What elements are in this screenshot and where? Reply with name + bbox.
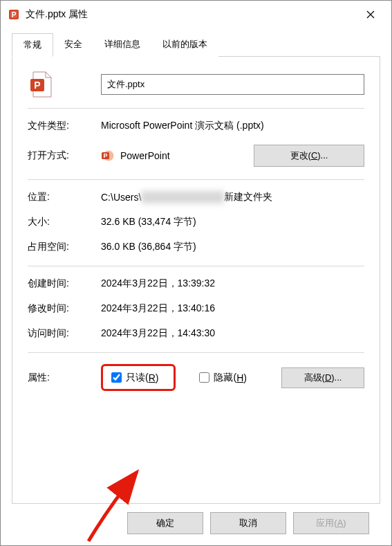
label-opens-with: 打开方式: [28, 149, 101, 162]
annotation-highlight: 只读(R) [101, 364, 176, 391]
label-modified: 修改时间: [28, 302, 101, 315]
label-attributes: 属性: [28, 372, 101, 384]
powerpoint-icon: P [101, 149, 115, 163]
dialog-footer: 确定 取消 应用(A) [12, 504, 380, 545]
readonly-checkbox-wrap[interactable]: 只读(R) [109, 370, 158, 385]
ok-button[interactable]: 确定 [127, 512, 203, 534]
hidden-checkbox[interactable] [199, 372, 209, 383]
change-button[interactable]: 更改(C)... [254, 145, 364, 167]
file-icon: P [28, 71, 57, 98]
hidden-checkbox-wrap[interactable]: 隐藏(H) [196, 370, 246, 385]
label-disk-size: 占用空间: [28, 241, 101, 253]
label-size: 大小: [28, 216, 101, 228]
svg-text:P: P [103, 152, 107, 159]
properties-dialog: P 文件.pptx 属性 常规 安全 详细信息 以前的版本 P [0, 0, 392, 546]
value-filetype: Microsoft PowerPoint 演示文稿 (.pptx) [101, 120, 364, 132]
value-size: 32.6 KB (33,474 字节) [101, 216, 364, 228]
cancel-button[interactable]: 取消 [210, 512, 286, 534]
value-modified: 2024年3月22日，13:40:16 [101, 302, 364, 315]
apply-button[interactable]: 应用(A) [293, 512, 369, 534]
tab-details[interactable]: 详细信息 [93, 33, 151, 57]
label-created: 创建时间: [28, 277, 101, 290]
value-accessed: 2024年3月22日，14:43:30 [101, 327, 364, 340]
svg-text:P: P [34, 80, 40, 91]
label-location: 位置: [28, 191, 101, 203]
tab-security[interactable]: 安全 [53, 33, 93, 57]
titlebar: P 文件.pptx 属性 [1, 1, 391, 28]
window-title: 文件.pptx 属性 [26, 8, 355, 21]
tab-previous-versions[interactable]: 以前的版本 [151, 33, 218, 57]
tab-panel-general: P 文件类型: Microsoft PowerPoint 演示文稿 (.pptx… [12, 57, 380, 504]
label-accessed: 访问时间: [28, 327, 101, 340]
value-disk-size: 36.0 KB (36,864 字节) [101, 241, 364, 253]
tab-strip: 常规 安全 详细信息 以前的版本 [12, 33, 380, 57]
filename-input[interactable] [101, 74, 364, 95]
advanced-button[interactable]: 高级(D)... [281, 367, 364, 388]
redacted-path [141, 191, 224, 203]
value-location: C:\Users\新建文件夹 [101, 191, 364, 203]
tab-general[interactable]: 常规 [12, 33, 53, 57]
label-filetype: 文件类型: [28, 120, 101, 132]
app-icon-small: P [8, 8, 20, 21]
readonly-checkbox[interactable] [111, 372, 122, 383]
close-button[interactable] [355, 3, 386, 26]
svg-text:P: P [12, 11, 17, 19]
value-created: 2024年3月22日，13:39:32 [101, 277, 364, 290]
value-opens-with: PowerPoint [120, 150, 170, 161]
